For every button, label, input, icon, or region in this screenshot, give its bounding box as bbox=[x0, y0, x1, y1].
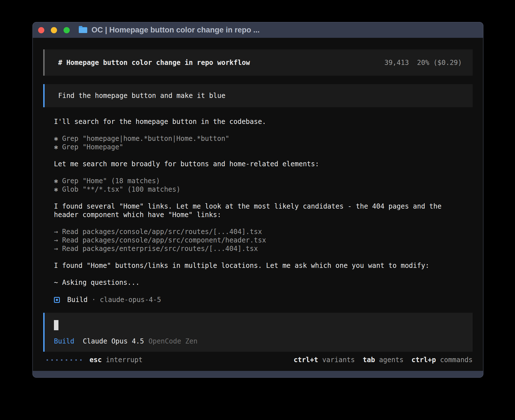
agent-label[interactable]: Build bbox=[54, 337, 74, 345]
transcript: I'll search for the homepage button in t… bbox=[43, 117, 473, 313]
transcript-block: I found "Home" buttons/links in multiple… bbox=[54, 261, 473, 270]
shortcut-hint-agents: tab agents bbox=[363, 356, 404, 364]
text-cursor bbox=[54, 320, 58, 330]
text-segment: Build bbox=[67, 295, 88, 304]
spinner-dots bbox=[47, 359, 82, 361]
close-button[interactable] bbox=[38, 27, 44, 33]
transcript-line: I found several "Home" links. Let me loo… bbox=[54, 202, 470, 219]
text-segment: → Read packages/console/app/src/routes/[… bbox=[54, 228, 262, 236]
text-segment: I found "Home" buttons/links in multiple… bbox=[54, 262, 429, 270]
transcript-block: ~ Asking questions... bbox=[54, 278, 473, 287]
shortcut-hint-interrupt: esc interrupt bbox=[90, 356, 143, 364]
session-header: # Homepage button color change in repo w… bbox=[43, 49, 473, 76]
user-message-text: Find the homepage button and make it blu… bbox=[58, 91, 225, 100]
spinner-dot bbox=[56, 359, 58, 361]
text-segment: → Read packages/console/app/src/componen… bbox=[54, 236, 266, 244]
transcript-line: ✱ Grep "homepage|home.*button|Home.*butt… bbox=[54, 134, 470, 143]
transcript-block: Let me search more broadly for buttons a… bbox=[54, 160, 473, 168]
spinner-dot bbox=[66, 359, 67, 361]
input-status-row: Build Claude Opus 4.5 OpenCode Zen bbox=[54, 337, 462, 345]
window-title: OC | Homepage button color change in rep… bbox=[91, 26, 260, 34]
shortcut-hint-commands: ctrl+p commands bbox=[411, 356, 473, 364]
transcript-line: ✱ Grep "Homepage" bbox=[54, 143, 470, 151]
terminal-content: # Homepage button color change in repo w… bbox=[33, 38, 483, 371]
shortcut-hint-variants: ctrl+t variants bbox=[294, 356, 355, 364]
text-segment: ✱ Grep "homepage|home.*button|Home.*butt… bbox=[54, 135, 229, 143]
text-segment: ✱ Glob "**/*.tsx" (100 matches) bbox=[54, 185, 180, 193]
status-bar-left: esc interrupt bbox=[43, 356, 143, 364]
user-message: Find the homepage button and make it blu… bbox=[43, 84, 473, 107]
build-agent-icon bbox=[54, 297, 60, 303]
shortcut-key: ctrl+t bbox=[294, 356, 318, 364]
spinner-dot bbox=[47, 359, 48, 361]
text-segment: · bbox=[88, 295, 100, 304]
transcript-line: → Read packages/enterprise/src/routes/[.… bbox=[54, 244, 470, 253]
shortcut-key: tab bbox=[363, 356, 375, 364]
terminal-window: OC | Homepage button color change in rep… bbox=[32, 22, 483, 378]
text-segment: Let me search more broadly for buttons a… bbox=[54, 160, 319, 168]
spinner-dot bbox=[75, 359, 77, 361]
text-segment: I found several "Home" links. Let me loo… bbox=[54, 202, 446, 219]
text-segment: claude-opus-4-5 bbox=[100, 295, 161, 304]
transcript-line: ✱ Glob "**/*.tsx" (100 matches) bbox=[54, 185, 470, 194]
window-titlebar: OC | Homepage button color change in rep… bbox=[33, 22, 483, 38]
status-bar: esc interrupt ctrl+t variantstab agentsc… bbox=[43, 356, 473, 364]
session-title: # Homepage button color change in repo w… bbox=[58, 58, 250, 67]
transcript-line: ✱ Grep "Home" (18 matches) bbox=[54, 177, 470, 185]
text-segment: ✱ Grep "Home" (18 matches) bbox=[54, 177, 160, 185]
prompt-input[interactable]: Build Claude Opus 4.5 OpenCode Zen bbox=[43, 313, 473, 352]
transcript-block: → Read packages/console/app/src/routes/[… bbox=[54, 228, 473, 253]
spinner-dot bbox=[80, 359, 82, 361]
footer-right-hints: ctrl+t variantstab agentsctrl+p commands bbox=[294, 356, 473, 364]
shortcut-key: esc bbox=[90, 356, 102, 364]
shortcut-label: variants bbox=[318, 356, 355, 364]
transcript-block: I'll search for the homepage button in t… bbox=[54, 117, 473, 126]
text-segment: → Read packages/enterprise/src/routes/[.… bbox=[54, 245, 258, 253]
model-label[interactable]: Claude Opus 4.5 bbox=[83, 337, 144, 345]
transcript-line: Let me search more broadly for buttons a… bbox=[54, 160, 470, 168]
shortcut-key: ctrl+p bbox=[411, 356, 436, 364]
shortcut-label: interrupt bbox=[102, 356, 143, 364]
transcript-line: I found "Home" buttons/links in multiple… bbox=[54, 261, 470, 270]
transcript-line: → Read packages/console/app/src/componen… bbox=[54, 236, 470, 244]
minimize-button[interactable] bbox=[51, 27, 57, 33]
zoom-button[interactable] bbox=[64, 27, 70, 33]
transcript-line: → Read packages/console/app/src/routes/[… bbox=[54, 228, 470, 236]
text-segment: ✱ Grep "Homepage" bbox=[54, 143, 123, 151]
provider-label: OpenCode Zen bbox=[149, 337, 197, 345]
transcript-line: I'll search for the homepage button in t… bbox=[54, 117, 470, 126]
transcript-line: Build · claude-opus-4-5 bbox=[54, 295, 470, 304]
spinner-dot bbox=[51, 359, 53, 361]
folder-icon bbox=[79, 27, 87, 33]
transcript-line: ~ Asking questions... bbox=[54, 278, 470, 287]
transcript-block: Build · claude-opus-4-5 bbox=[54, 295, 473, 304]
shortcut-label: commands bbox=[436, 356, 473, 364]
transcript-block: ✱ Grep "homepage|home.*button|Home.*butt… bbox=[54, 134, 473, 151]
text-segment: I'll search for the homepage button in t… bbox=[54, 118, 266, 126]
traffic-lights bbox=[38, 27, 70, 33]
shortcut-label: agents bbox=[375, 356, 403, 364]
footer-left-hints: esc interrupt bbox=[90, 356, 143, 364]
transcript-block: ✱ Grep "Home" (18 matches)✱ Glob "**/*.t… bbox=[54, 177, 473, 194]
spinner-dot bbox=[61, 359, 62, 361]
text-segment: ~ Asking questions... bbox=[54, 279, 139, 286]
spinner-dot bbox=[71, 359, 72, 361]
transcript-block: I found several "Home" links. Let me loo… bbox=[54, 202, 473, 219]
session-stats: 39,413 20% ($0.29) bbox=[384, 58, 462, 67]
